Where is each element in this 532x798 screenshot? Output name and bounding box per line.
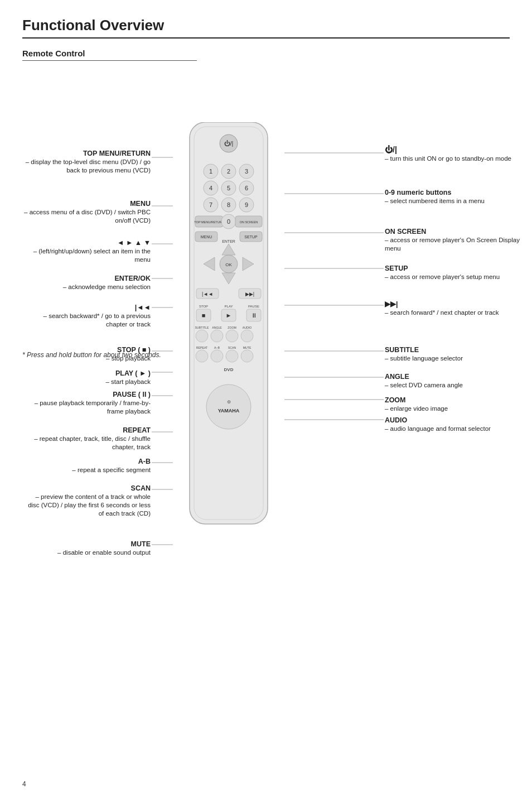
- svg-text:ZOOM: ZOOM: [228, 326, 236, 329]
- svg-text:AUDIO: AUDIO: [243, 326, 252, 329]
- svg-point-59: [241, 330, 253, 342]
- svg-text:ENTER: ENTER: [222, 239, 235, 243]
- svg-text:0: 0: [227, 218, 230, 225]
- label-menu: MENU – access menu of a disc (DVD) / swi…: [22, 199, 151, 225]
- label-scan: SCAN – preview the content of a track or…: [22, 484, 151, 518]
- label-prev-chapter: |◄◄ – search backward* / go to a previou…: [22, 303, 151, 329]
- label-play: PLAY ( ► ) – start playback: [22, 369, 151, 386]
- label-pause: PAUSE ( II ) – pause playback temporaril…: [22, 390, 151, 416]
- svg-point-69: [206, 384, 251, 429]
- svg-text:MUTE: MUTE: [243, 346, 252, 349]
- svg-text:MENU: MENU: [201, 235, 212, 239]
- label-numeric: 0-9 numeric buttons – select numbered it…: [385, 188, 524, 205]
- svg-text:SUBTITLE: SUBTITLE: [195, 326, 209, 329]
- svg-point-56: [196, 330, 208, 342]
- remote-svg: ⏻/| 1 2 3 4 5 6 7 8: [173, 122, 284, 546]
- svg-text:2: 2: [227, 168, 230, 175]
- svg-text:PAUSE: PAUSE: [248, 305, 259, 308]
- svg-text:STOP: STOP: [199, 305, 208, 308]
- label-enter-ok: ENTER/OK – acknowledge menu selection: [22, 274, 151, 291]
- svg-text:REPEAT: REPEAT: [196, 346, 208, 349]
- diagram-container: TOP MENU/RETURN – display the top-level …: [22, 66, 510, 569]
- svg-text:4: 4: [209, 185, 212, 191]
- svg-text:3: 3: [245, 168, 248, 175]
- svg-text:DVD: DVD: [224, 367, 234, 372]
- svg-text:1: 1: [209, 168, 212, 175]
- svg-text:⚙: ⚙: [227, 400, 231, 405]
- svg-text:⏻/|: ⏻/|: [224, 140, 234, 147]
- section-title: Remote Control: [22, 49, 197, 61]
- remote-control: ⏻/| 1 2 3 4 5 6 7 8: [173, 122, 284, 548]
- svg-point-58: [226, 330, 238, 342]
- svg-text:A–B: A–B: [214, 346, 220, 349]
- label-angle: ANGLE – select DVD camera angle: [385, 372, 524, 390]
- label-arrows: ◄ ► ▲ ▼ – (left/right/up/down) select an…: [22, 238, 151, 264]
- label-top-menu-return: TOP MENU/RETURN – display the top-level …: [22, 149, 151, 175]
- label-zoom: ZOOM – enlarge video image: [385, 396, 524, 413]
- label-on-screen: ON SCREEN – access or remove player's On…: [385, 227, 524, 253]
- svg-text:|◄◄: |◄◄: [202, 291, 213, 297]
- svg-text:⏸: ⏸: [251, 312, 257, 319]
- svg-point-66: [226, 350, 238, 362]
- svg-text:SCAN: SCAN: [228, 346, 236, 349]
- svg-text:OK: OK: [225, 262, 232, 267]
- svg-point-67: [241, 350, 253, 362]
- svg-text:PLAY: PLAY: [225, 305, 233, 308]
- label-next-chapter: ▶▶| – search forward* / next chapter or …: [385, 300, 524, 317]
- label-subtitle: SUBTITLE – subtitle language selector: [385, 345, 524, 363]
- svg-text:8: 8: [227, 201, 230, 208]
- svg-text:5: 5: [227, 185, 230, 191]
- label-mute: MUTE – disable or enable sound output: [22, 540, 151, 557]
- svg-text:7: 7: [209, 201, 212, 208]
- svg-text:►: ►: [226, 312, 232, 319]
- svg-text:9: 9: [245, 201, 248, 208]
- page: Functional Overview Remote Control TOP M…: [0, 0, 532, 381]
- svg-point-57: [211, 330, 223, 342]
- label-setup: SETUP – access or remove player's setup …: [385, 264, 524, 281]
- svg-text:SETUP: SETUP: [244, 235, 258, 239]
- label-repeat: REPEAT – repeat chapter, track, title, d…: [22, 426, 151, 451]
- svg-text:6: 6: [245, 185, 248, 191]
- page-number: 4: [22, 780, 26, 788]
- svg-text:YAMAHA: YAMAHA: [218, 408, 240, 414]
- svg-text:■: ■: [202, 312, 206, 319]
- svg-point-65: [211, 350, 223, 362]
- label-audio: AUDIO – audio language and format select…: [385, 416, 524, 433]
- svg-text:ON SCREEN: ON SCREEN: [240, 220, 258, 224]
- svg-text:ANGLE: ANGLE: [212, 326, 222, 329]
- label-ab: A-B – repeat a specific segment: [22, 457, 151, 474]
- label-stop: STOP ( ■ ) – stop playback: [22, 345, 151, 363]
- svg-text:▶▶|: ▶▶|: [245, 291, 254, 297]
- svg-point-64: [196, 350, 208, 362]
- label-power: ⏻/| – turn this unit ON or go to standby…: [385, 145, 524, 163]
- page-title: Functional Overview: [22, 17, 510, 39]
- svg-text:TOP MENU/RETURN: TOP MENU/RETURN: [194, 220, 224, 224]
